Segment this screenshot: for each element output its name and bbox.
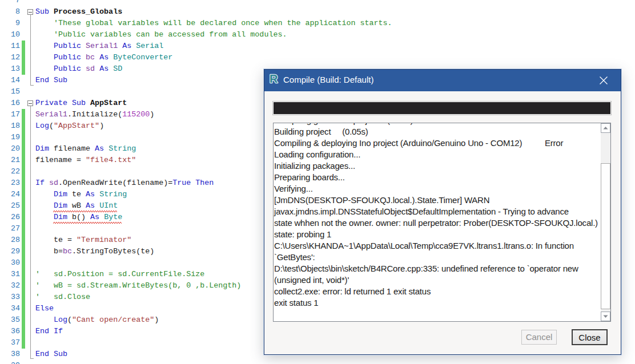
svg-text:R: R [270, 72, 278, 85]
